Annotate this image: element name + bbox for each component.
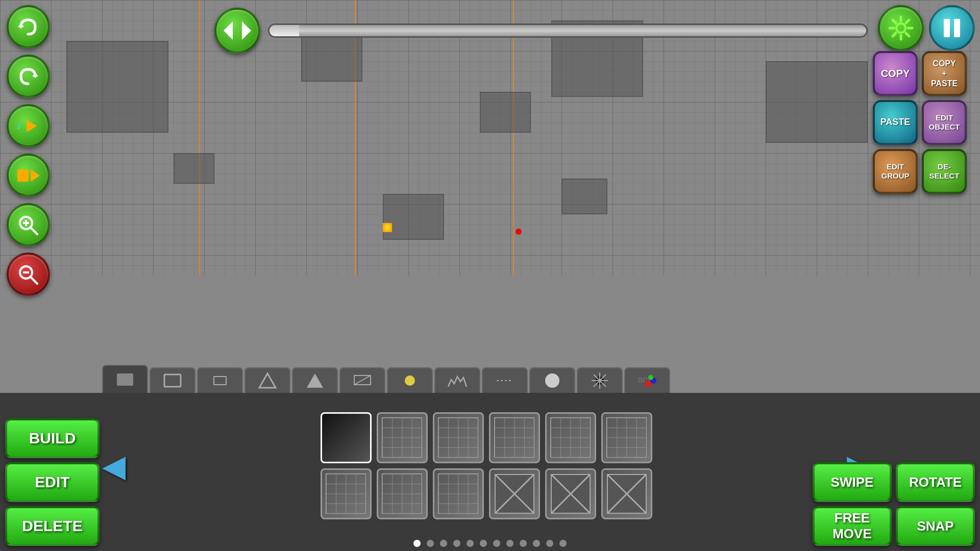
dot-7[interactable]: [493, 540, 500, 547]
tab-outline-icon: [162, 370, 183, 391]
top-right-controls: [878, 5, 975, 51]
tab-dotline[interactable]: [482, 367, 528, 393]
copy-row: COPY COPY+PASTE: [873, 51, 975, 96]
tab-row: BC: [102, 365, 980, 393]
edit-object-button[interactable]: EDITOBJECT: [922, 100, 967, 145]
dot-4[interactable]: [453, 540, 460, 547]
build-button[interactable]: BUILD: [5, 418, 100, 458]
tab-terrain[interactable]: [434, 367, 480, 393]
tab-dotline-icon: [495, 370, 515, 391]
stop-play-icon: [15, 164, 41, 187]
dot-12[interactable]: [559, 540, 567, 547]
svg-rect-26: [117, 373, 133, 386]
undo-icon: [17, 16, 39, 38]
objects-prev-button[interactable]: ◀: [102, 448, 126, 484]
dot-3[interactable]: [440, 540, 447, 547]
snap-button[interactable]: SNAP: [896, 506, 975, 546]
tab-circle[interactable]: [387, 367, 433, 393]
music-play-button[interactable]: ♪: [7, 104, 50, 147]
tab-outline[interactable]: [150, 367, 195, 393]
orange-line-1: [199, 0, 200, 276]
svg-line-32: [354, 375, 371, 385]
dot-8[interactable]: [506, 540, 513, 547]
edit-group-button[interactable]: EDITGROUP: [873, 149, 918, 194]
svg-marker-14: [242, 21, 251, 40]
copy-paste-button[interactable]: COPY+PASTE: [922, 51, 967, 96]
svg-point-33: [405, 375, 415, 386]
progress-bar[interactable]: [268, 23, 868, 38]
tab-small[interactable]: [197, 367, 243, 393]
svg-rect-25: [954, 19, 960, 37]
free-move-button[interactable]: FREEMOVE: [813, 506, 892, 546]
progress-bar-fill: [270, 25, 299, 36]
svg-point-15: [896, 23, 905, 33]
tab-solid[interactable]: [102, 365, 148, 393]
delete-button[interactable]: DELETE: [5, 506, 100, 546]
object-grid: [128, 412, 844, 519]
swipe-button[interactable]: SWIPE: [813, 462, 892, 502]
canvas-rect: [766, 61, 868, 143]
obj-cell-dark[interactable]: [321, 412, 372, 463]
paste-edit-row: PASTE EDITOBJECT: [873, 100, 975, 145]
settings-icon: [888, 15, 914, 41]
deselect-button[interactable]: DE-SELECT: [922, 149, 967, 194]
tab-big-circle-icon: [542, 370, 562, 391]
pagination-dots: [110, 540, 870, 547]
obj-cell-6[interactable]: [321, 468, 372, 519]
paste-button[interactable]: PASTE: [873, 100, 918, 145]
obj-cell-diag-1[interactable]: [489, 468, 540, 519]
pause-icon: [942, 17, 962, 39]
zoom-out-button[interactable]: [7, 253, 50, 296]
object-area: ◀: [102, 398, 870, 533]
dot-9[interactable]: [520, 540, 527, 547]
canvas-rect: [66, 41, 168, 133]
tab-circle-icon: [400, 370, 420, 391]
dot-5[interactable]: [467, 540, 474, 547]
obj-cell-8[interactable]: [433, 468, 484, 519]
obj-cell-4[interactable]: [545, 412, 596, 463]
free-move-snap-row: FREEMOVE SNAP: [813, 506, 975, 546]
grid-pattern: [326, 473, 366, 514]
dot-6[interactable]: [480, 540, 487, 547]
zoom-in-button[interactable]: [7, 203, 50, 246]
obj-cell-3[interactable]: [489, 412, 540, 463]
dot-11[interactable]: [546, 540, 553, 547]
copy-button[interactable]: COPY: [873, 51, 918, 96]
dot-1[interactable]: [413, 540, 421, 547]
rotate-button[interactable]: ROTATE: [896, 462, 975, 502]
dot-2[interactable]: [427, 540, 434, 547]
svg-text:♪: ♪: [16, 120, 21, 131]
obj-cell-5[interactable]: [601, 412, 652, 463]
edit-button[interactable]: EDIT: [5, 462, 100, 502]
pause-button[interactable]: [929, 5, 975, 51]
tab-burst[interactable]: [577, 367, 623, 393]
dot-10[interactable]: [533, 540, 540, 547]
obj-cell-1[interactable]: [377, 412, 428, 463]
obj-cell-diag-3[interactable]: [601, 468, 652, 519]
scroll-button[interactable]: [214, 8, 260, 54]
redo-button[interactable]: [7, 55, 50, 98]
grid-pattern: [494, 417, 535, 458]
settings-button[interactable]: [878, 5, 924, 51]
obj-cell-2[interactable]: [433, 412, 484, 463]
tab-line[interactable]: [339, 367, 385, 393]
tab-burst-icon: [590, 370, 610, 391]
tab-colors[interactable]: BC: [624, 367, 670, 393]
tab-tri-solid[interactable]: [292, 367, 338, 393]
bottom-panel: BC BUILD EDIT DELETE ◀: [0, 393, 980, 551]
tab-terrain-icon: [447, 370, 468, 391]
obj-cell-diag-2[interactable]: [545, 468, 596, 519]
diag-icon-1: [494, 473, 535, 514]
grid-pattern: [382, 417, 423, 458]
grid-pattern: [438, 473, 479, 514]
tab-tri-outline[interactable]: [244, 367, 290, 393]
mode-buttons: BUILD EDIT DELETE: [5, 418, 100, 546]
stop-play-button[interactable]: [7, 154, 50, 197]
svg-marker-29: [259, 373, 276, 388]
undo-button[interactable]: [7, 5, 50, 48]
tab-big-circle[interactable]: [529, 367, 575, 393]
music-play-icon: ♪: [15, 115, 41, 137]
svg-line-21: [906, 33, 909, 36]
obj-cell-7[interactable]: [377, 468, 428, 519]
canvas-rect: [383, 194, 444, 240]
